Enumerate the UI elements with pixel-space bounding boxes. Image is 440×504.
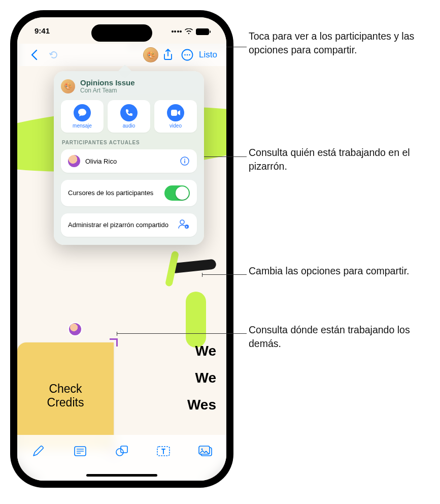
phone-frame: 9:41 We We Wes Check Credits	[10, 10, 233, 488]
svg-rect-4	[171, 110, 177, 116]
svg-point-19	[201, 448, 202, 450]
shapes-tool[interactable]	[111, 442, 133, 460]
more-button[interactable]	[178, 45, 197, 65]
cursors-label: Cursores de los participantes	[68, 189, 164, 197]
audio-label: audio	[123, 123, 135, 129]
callout-2: Consulta quién está trabajando en el piz…	[249, 146, 431, 173]
board-subtitle: Con Art Team	[80, 87, 135, 94]
signal-icon	[172, 30, 182, 33]
dynamic-island	[91, 24, 152, 42]
audio-action[interactable]: audio	[108, 100, 150, 133]
callout-3: Cambia las opciones para compartir.	[249, 264, 411, 278]
message-label: mensaje	[73, 123, 92, 129]
participant-cursor-avatar	[68, 322, 82, 336]
text-line-2: We	[187, 364, 216, 391]
message-icon	[74, 104, 91, 121]
callout-leader	[117, 333, 247, 334]
board-avatar: 🎨	[61, 79, 75, 93]
info-icon[interactable]	[180, 156, 190, 166]
done-button[interactable]: Listo	[197, 50, 219, 60]
svg-point-1	[184, 54, 186, 56]
svg-point-8	[180, 220, 184, 224]
svg-point-6	[184, 159, 185, 160]
cursors-toggle[interactable]	[164, 185, 190, 201]
screen: 9:41 We We Wes Check Credits	[17, 17, 226, 481]
svg-point-3	[189, 54, 190, 56]
svg-point-14	[116, 449, 123, 456]
current-participants-header: PARTICIPANTES ACTUALES	[62, 140, 196, 145]
collaboration-popover: 🎨 Opinions Issue Con Art Team mensaje	[54, 71, 204, 245]
text-line-1: We	[187, 337, 216, 364]
participant-name: Olivia Rico	[85, 158, 175, 165]
participant-cursors-row: Cursores de los participantes	[68, 185, 190, 201]
text-tool[interactable]	[152, 442, 175, 460]
text-line-3: Wes	[187, 391, 216, 418]
svg-point-2	[187, 54, 188, 56]
message-action[interactable]: mensaje	[61, 100, 104, 133]
home-indicator[interactable]	[86, 474, 157, 477]
top-toolbar: 🎨 Listo	[17, 44, 226, 66]
manage-share-icon	[178, 219, 190, 231]
share-button[interactable]	[158, 45, 178, 65]
media-tool[interactable]	[194, 442, 217, 460]
callout-1: Toca para ver a los participantes y las …	[249, 29, 431, 57]
collaboration-avatar-button[interactable]: 🎨	[143, 47, 158, 62]
status-time: 9:41	[35, 26, 50, 37]
callout-4: Consulta dónde están trabajando los demá…	[249, 323, 421, 351]
selection-corner	[110, 338, 118, 346]
text-lines: We We Wes	[187, 337, 216, 419]
participant-avatar	[68, 155, 80, 167]
back-button[interactable]	[24, 45, 44, 65]
note-tool[interactable]	[69, 442, 91, 460]
bottom-toolbar	[17, 435, 226, 481]
manage-shared-board-row[interactable]: Administrar el pizarrón compartido	[68, 219, 190, 231]
undo-button[interactable]	[44, 45, 63, 65]
battery-icon	[196, 28, 209, 35]
pen-tool[interactable]	[27, 442, 49, 460]
sticky-note[interactable]: Check Credits	[17, 342, 114, 449]
popover-header: 🎨 Opinions Issue Con Art Team	[61, 78, 197, 94]
video-icon	[167, 104, 184, 121]
wifi-icon	[185, 28, 193, 35]
phone-icon	[120, 104, 138, 121]
board-title: Opinions Issue	[80, 78, 135, 87]
video-label: video	[170, 123, 182, 129]
callout-leader	[202, 274, 247, 275]
participant-row[interactable]: Olivia Rico	[68, 155, 190, 167]
svg-rect-7	[184, 161, 185, 164]
status-icons	[172, 26, 210, 37]
video-action[interactable]: video	[154, 100, 197, 133]
manage-label: Administrar el pizarrón compartido	[68, 221, 178, 229]
